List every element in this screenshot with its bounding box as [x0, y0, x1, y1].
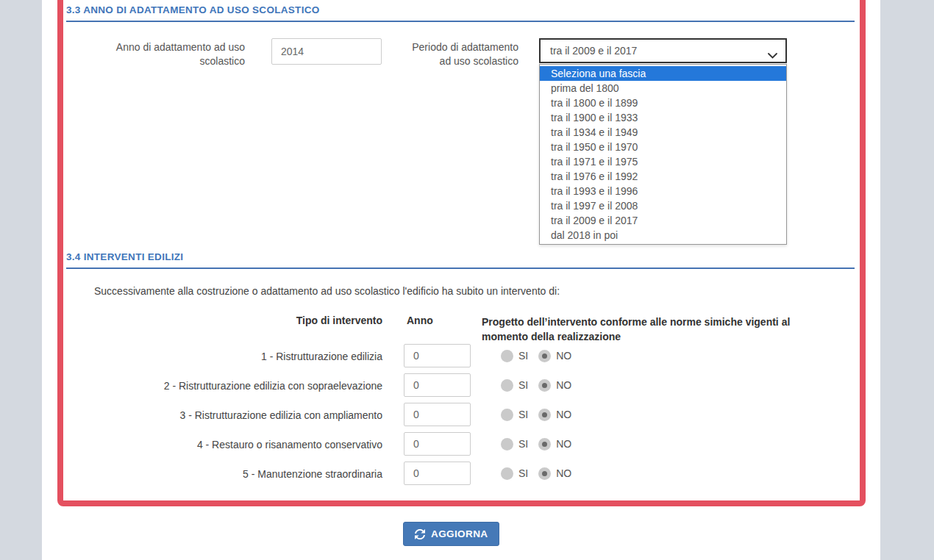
- dropdown-option[interactable]: tra il 1997 e il 2008: [540, 198, 786, 213]
- interventi-intro-text: Successivamente alla costruzione o adatt…: [94, 285, 560, 297]
- radio-si-label: SI: [518, 438, 528, 450]
- anno-adattamento-label: Anno di adattamento ad uso scolastico: [98, 40, 245, 68]
- dropdown-option[interactable]: tra il 1900 e il 1933: [540, 110, 786, 125]
- dropdown-option[interactable]: tra il 1993 e il 1996: [540, 184, 786, 198]
- radio-si-label: SI: [518, 467, 528, 479]
- column-header-anno: Anno: [407, 315, 433, 326]
- conforme-radio-group: SI NO: [501, 373, 571, 397]
- conforme-radio-group: SI NO: [501, 344, 571, 367]
- dropdown-option[interactable]: tra il 1976 e il 1992: [540, 169, 786, 184]
- radio-no-selected[interactable]: [538, 350, 551, 362]
- chevron-down-icon: [768, 49, 777, 61]
- intervento-row-label: 2 - Ristrutturazione edilizia con soprae…: [59, 373, 382, 398]
- intervento-row-label: 5 - Manutenzione straordinaria: [59, 462, 382, 487]
- conforme-radio-group: SI NO: [501, 403, 571, 426]
- periodo-adattamento-select[interactable]: tra il 2009 e il 2017: [539, 38, 787, 63]
- form-page: 3.3 ANNO DI ADATTAMENTO AD USO SCOLASTIC…: [42, 0, 880, 560]
- dropdown-option[interactable]: tra il 1950 e il 1970: [540, 140, 786, 154]
- intervento-anno-input[interactable]: [404, 373, 471, 397]
- radio-si-label: SI: [518, 379, 528, 391]
- intervento-anno-input[interactable]: [404, 432, 471, 456]
- refresh-icon: [415, 529, 425, 539]
- anno-adattamento-input[interactable]: [271, 38, 382, 65]
- aggiorna-button[interactable]: AGGIORNA: [403, 522, 499, 546]
- radio-no-label: NO: [556, 467, 571, 479]
- intervento-row-label: 4 - Restauro o risanamento conservativo: [59, 432, 382, 457]
- intervento-row-label: 3 - Ristrutturazione edilizia con amplia…: [59, 403, 382, 428]
- dropdown-option[interactable]: dal 2018 in poi: [540, 228, 786, 243]
- radio-no-label: NO: [556, 350, 571, 362]
- radio-si-label: SI: [518, 350, 528, 362]
- section-3-3-divider: [66, 21, 855, 22]
- radio-no-selected[interactable]: [538, 379, 551, 392]
- radio-no-label: NO: [556, 409, 571, 420]
- dropdown-option[interactable]: tra il 1800 e il 1899: [540, 96, 786, 110]
- section-3-4-divider: [66, 268, 855, 269]
- column-header-tipo: Tipo di intervento: [235, 315, 382, 326]
- conforme-radio-group: SI NO: [501, 462, 571, 485]
- radio-si-unselected[interactable]: [501, 409, 513, 421]
- dropdown-option[interactable]: prima del 1800: [540, 81, 786, 96]
- radio-si-unselected[interactable]: [501, 379, 513, 392]
- periodo-adattamento-label: Periodo di adattamento ad uso scolastico: [401, 40, 518, 68]
- radio-si-unselected[interactable]: [501, 467, 513, 480]
- periodo-selected-value: tra il 2009 e il 2017: [550, 45, 637, 57]
- intervento-anno-input[interactable]: [404, 403, 471, 426]
- periodo-options-dropdown: Seleziona una fascia prima del 1800 tra …: [539, 64, 787, 245]
- intervento-anno-input[interactable]: [404, 462, 471, 485]
- conforme-radio-group: SI NO: [501, 432, 571, 456]
- radio-si-unselected[interactable]: [501, 350, 513, 362]
- radio-no-label: NO: [556, 379, 571, 391]
- radio-no-selected[interactable]: [538, 467, 551, 480]
- section-3-3-title: 3.3 ANNO DI ADATTAMENTO AD USO SCOLASTIC…: [66, 4, 320, 15]
- radio-no-label: NO: [556, 438, 571, 450]
- intervento-row-label: 1 - Ristrutturazione edilizia: [59, 344, 382, 369]
- dropdown-option[interactable]: tra il 1934 e il 1949: [540, 125, 786, 140]
- dropdown-option[interactable]: Seleziona una fascia: [540, 66, 786, 81]
- section-3-4-title: 3.4 INTERVENTI EDILIZI: [66, 251, 183, 262]
- aggiorna-button-label: AGGIORNA: [431, 528, 488, 539]
- radio-no-selected[interactable]: [538, 438, 551, 450]
- dropdown-option[interactable]: tra il 1971 e il 1975: [540, 154, 786, 169]
- dropdown-option[interactable]: tra il 2009 e il 2017: [540, 213, 786, 228]
- column-header-progetto: Progetto dell’intervento conforme alle n…: [482, 315, 814, 344]
- radio-si-label: SI: [518, 409, 528, 420]
- intervento-anno-input[interactable]: [404, 344, 471, 367]
- radio-si-unselected[interactable]: [501, 438, 513, 450]
- radio-no-selected[interactable]: [538, 409, 551, 421]
